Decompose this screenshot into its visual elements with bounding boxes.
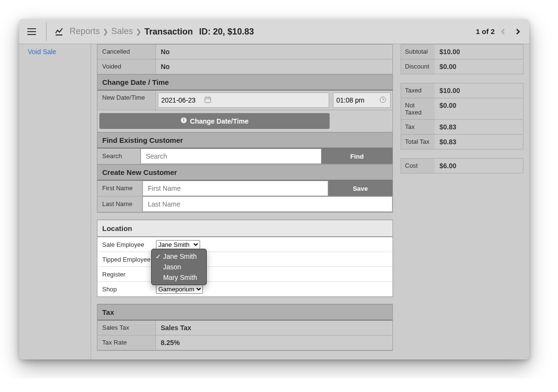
dropdown-option[interactable]: Jane Smith <box>152 251 206 262</box>
clock-icon[interactable] <box>376 96 390 104</box>
voided-value: No <box>156 59 392 74</box>
sale-employee-select[interactable]: Jane Smith <box>156 240 200 249</box>
new-datetime-label: New Date/Time <box>97 91 156 110</box>
shop-select[interactable]: Gameporium <box>156 285 203 294</box>
status-panel: Cancelled No Voided No Change Date / Tim… <box>97 44 393 213</box>
reports-icon <box>54 27 64 36</box>
shop-label: Shop <box>97 286 156 293</box>
change-datetime-button[interactable]: i Change Date/Time <box>99 113 330 129</box>
main-content: Cancelled No Voided No Change Date / Tim… <box>91 44 529 359</box>
chevron-right-icon: ❯ <box>103 28 108 35</box>
taxed-label: Taxed <box>401 83 435 98</box>
not-taxed-label: Not Taxed <box>401 98 435 119</box>
taxed-value: $10.00 <box>435 83 523 98</box>
voided-label: Voided <box>97 59 156 74</box>
pager-next-button[interactable] <box>512 26 523 37</box>
new-datetime-row: New Date/Time <box>97 91 392 110</box>
total-tax-label: Total Tax <box>401 135 435 149</box>
save-customer-button[interactable]: Save <box>328 181 392 196</box>
first-name-label: First Name <box>97 181 142 196</box>
tax-panel: Tax Sales Tax Sales Tax Tax Rate 8.25% <box>97 304 393 351</box>
dropdown-option[interactable]: Mary Smith <box>152 272 206 283</box>
svg-rect-1 <box>205 97 211 103</box>
tipped-employee-row: Tipped Employee <box>97 252 392 267</box>
change-datetime-btn-row: i Change Date/Time <box>97 110 392 132</box>
pager-text: 1 of 2 <box>476 27 495 35</box>
sales-tax-value: Sales Tax <box>156 321 392 335</box>
tax-row: Tax $0.83 <box>401 120 523 135</box>
cost-label: Cost <box>401 159 435 173</box>
discount-row: Discount $0.00 <box>401 59 523 74</box>
not-taxed-value: $0.00 <box>435 98 523 119</box>
find-button[interactable]: Find <box>321 149 392 164</box>
breadcrumb-reports[interactable]: Reports <box>70 26 100 36</box>
main-left-column: Cancelled No Voided No Change Date / Tim… <box>97 44 393 354</box>
register-row: Register <box>97 267 392 282</box>
time-input[interactable] <box>333 96 376 104</box>
calendar-icon[interactable] <box>201 96 215 104</box>
tax-label: Tax <box>401 120 435 134</box>
date-input[interactable] <box>158 96 201 104</box>
search-input[interactable] <box>141 149 321 164</box>
subtotal-row: Subtotal $10.00 <box>401 45 523 59</box>
tax-value: $0.83 <box>435 120 523 134</box>
cost-row: Cost $6.00 <box>401 159 523 173</box>
shop-row: Shop Gameporium <box>97 282 392 297</box>
find-customer-header: Find Existing Customer <box>97 132 392 149</box>
date-input-wrapper <box>158 92 329 108</box>
summary-sidebar: Subtotal $10.00 Discount $0.00 Taxed $10… <box>401 44 523 354</box>
location-header: Location <box>97 220 392 237</box>
tax-rate-label: Tax Rate <box>97 335 156 350</box>
sale-employee-row: Sale Employee Jane Smith <box>97 237 392 252</box>
search-row: Search Find <box>97 149 392 164</box>
chevron-right-icon: ❯ <box>136 28 142 35</box>
header-divider <box>46 22 47 41</box>
voided-row: Voided No <box>97 59 392 74</box>
register-label: Register <box>97 271 156 278</box>
subtotal-label: Subtotal <box>401 45 435 59</box>
svg-text:i: i <box>183 117 185 123</box>
location-panel: Location Sale Employee Jane Smith Tipped… <box>97 219 393 297</box>
sales-tax-row: Sales Tax Sales Tax <box>97 321 392 335</box>
app-header: Reports ❯ Sales ❯ Transaction⠀ID: 20, $1… <box>19 19 529 44</box>
summary-group-1: Subtotal $10.00 Discount $0.00 <box>401 44 523 74</box>
menu-button[interactable] <box>25 25 38 38</box>
breadcrumb: Reports ❯ Sales ❯ Transaction⠀ID: 20, $1… <box>70 26 470 37</box>
breadcrumb-current: Transaction⠀ID: 20, $10.83 <box>144 26 254 37</box>
last-name-label: Last Name <box>97 196 142 212</box>
discount-label: Discount <box>401 59 435 74</box>
app-window: Reports ❯ Sales ❯ Transaction⠀ID: 20, $1… <box>19 19 529 359</box>
sale-employee-label: Sale Employee <box>97 241 156 248</box>
change-datetime-header: Change Date / Time <box>97 74 392 91</box>
void-sale-link[interactable]: Void Sale <box>28 48 82 56</box>
tax-rate-row: Tax Rate 8.25% <box>97 335 392 350</box>
change-datetime-button-label: Change Date/Time <box>190 117 249 125</box>
cost-value: $6.00 <box>435 159 523 173</box>
first-name-row: First Name Save <box>97 181 392 196</box>
sidebar: Void Sale <box>19 44 91 359</box>
discount-value: $0.00 <box>435 59 523 74</box>
pager-prev-button[interactable] <box>498 26 509 37</box>
summary-group-3: Cost $6.00 <box>401 158 523 173</box>
last-name-input[interactable] <box>142 196 392 212</box>
total-tax-value: $0.83 <box>435 135 523 149</box>
dropdown-option[interactable]: Jason <box>152 262 206 272</box>
sales-tax-label: Sales Tax <box>97 321 156 335</box>
search-label: Search <box>97 149 141 164</box>
last-name-row: Last Name <box>97 196 392 212</box>
tipped-employee-label: Tipped Employee <box>97 256 156 263</box>
app-body: Void Sale Cancelled No Voided No Change … <box>19 44 529 359</box>
create-customer-header: Create New Customer <box>97 164 392 181</box>
info-icon: i <box>180 117 187 125</box>
time-input-wrapper <box>333 92 391 108</box>
breadcrumb-sales[interactable]: Sales <box>111 26 133 36</box>
taxed-row: Taxed $10.00 <box>401 83 523 98</box>
subtotal-value: $10.00 <box>435 45 523 59</box>
tax-rate-value: 8.25% <box>156 335 392 350</box>
employee-dropdown-menu[interactable]: Jane Smith Jason Mary Smith <box>151 249 207 285</box>
first-name-input[interactable] <box>142 181 328 196</box>
pager: 1 of 2 <box>476 26 523 37</box>
summary-group-2: Taxed $10.00 Not Taxed $0.00 Tax $0.83 T… <box>401 83 523 150</box>
not-taxed-row: Not Taxed $0.00 <box>401 98 523 120</box>
cancelled-value: No <box>156 45 392 59</box>
